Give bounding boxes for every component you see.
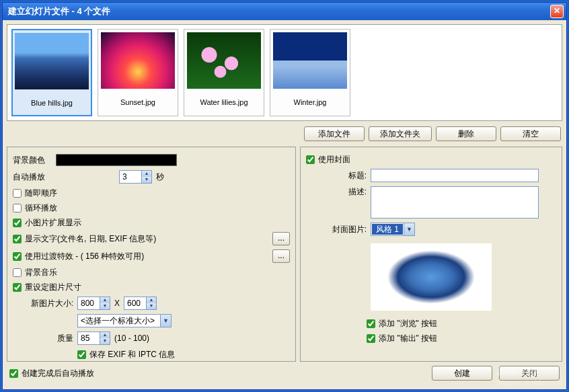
show-text-more-button[interactable]: ... [272, 232, 290, 245]
add-folder-button[interactable]: 添加文件夹 [369, 126, 432, 141]
autoplay-seconds-input[interactable] [120, 171, 141, 183]
autoplay-label: 自动播放 [13, 171, 52, 183]
chevron-down-icon[interactable]: ▼ [404, 223, 414, 235]
thumbnail-image [101, 32, 175, 89]
desc-label: 描述: [306, 186, 367, 198]
bg-color-label: 背景颜色 [13, 155, 52, 166]
spin-up-icon[interactable]: ▲ [142, 171, 151, 177]
loop-checkbox[interactable]: 循环播放 [13, 202, 290, 214]
thumbnail-strip: Blue hills.jpg Sunset.jpg Water lilies.j… [7, 24, 562, 121]
settings-panel-left: 背景颜色 自动播放 ▲▼ 秒 随即顺序 循环播放 小图片扩展显示 显示文字(文 [7, 147, 296, 362]
size-preset-select[interactable]: <选择一个标准大小> ▼ [77, 314, 172, 327]
cover-preview [357, 240, 505, 314]
add-file-button[interactable]: 添加文件 [304, 126, 365, 141]
width-spinner[interactable]: ▲▼ [77, 297, 110, 310]
preserve-exif-checkbox[interactable]: 保存 EXIF 和 IPTC 信息 [77, 349, 175, 360]
cover-style-select[interactable]: 风格 1 ▼ [371, 223, 415, 236]
clear-button[interactable]: 清空 [500, 126, 561, 141]
thumbnail-image [273, 32, 347, 89]
bg-color-picker[interactable] [56, 154, 177, 166]
transitions-more-button[interactable]: ... [272, 249, 290, 263]
quality-label: 质量 [26, 333, 73, 344]
thumbnail-item[interactable]: Winter.jpg [270, 29, 350, 116]
close-icon[interactable]: ✕ [550, 5, 564, 18]
chevron-down-icon[interactable]: ▼ [160, 315, 171, 327]
thumbnail-label: Water lilies.jpg [200, 93, 248, 106]
add-browse-checkbox[interactable]: 添加 "浏览" 按钮 [367, 318, 556, 329]
delete-button[interactable]: 删除 [436, 126, 496, 141]
height-spinner[interactable]: ▲▼ [124, 297, 157, 310]
random-order-checkbox[interactable]: 随即顺序 [13, 188, 290, 199]
thumbnail-image [15, 33, 89, 89]
autoplay-after-create-checkbox[interactable]: 创建完成后自动播放 [9, 368, 425, 379]
title-input[interactable] [371, 169, 539, 182]
thumbnail-label: Winter.jpg [294, 93, 327, 106]
use-cover-checkbox[interactable]: 使用封面 [306, 154, 556, 165]
bg-music-checkbox[interactable]: 背景音乐 [13, 267, 290, 278]
enlarge-small-checkbox[interactable]: 小图片扩展显示 [13, 217, 290, 229]
titlebar: 建立幻灯片文件 - 4 个文件 ✕ [3, 3, 566, 20]
thumbnail-item[interactable]: Sunset.jpg [98, 29, 178, 116]
close-button[interactable]: 关闭 [499, 366, 560, 381]
spin-down-icon[interactable]: ▼ [142, 177, 151, 183]
cover-panel: 使用封面 标题: 描述: 封面图片: 风格 1 ▼ [300, 147, 562, 362]
thumbnail-image [187, 32, 261, 89]
cover-preview-image [371, 243, 492, 311]
create-button[interactable]: 创建 [432, 366, 492, 381]
autoplay-unit: 秒 [156, 171, 164, 183]
size-x-label: X [114, 299, 120, 308]
new-size-label: 新图片大小: [26, 298, 73, 309]
thumbnail-label: Blue hills.jpg [31, 93, 73, 107]
add-export-checkbox[interactable]: 添加 "输出" 按钮 [367, 333, 556, 344]
transitions-checkbox[interactable]: 使用过渡特效 - ( 156 种特效可用) [13, 251, 144, 262]
autoplay-seconds-spinner[interactable]: ▲▼ [119, 170, 152, 184]
show-text-checkbox[interactable]: 显示文字(文件名, 日期, EXIF 信息等) [13, 233, 156, 245]
window-title: 建立幻灯片文件 - 4 个文件 [5, 5, 550, 17]
resize-checkbox[interactable]: 重设定图片尺寸 [13, 282, 290, 293]
cover-image-label: 封面图片: [306, 224, 367, 235]
thumbnail-item[interactable]: Blue hills.jpg [11, 29, 92, 116]
quality-range: (10 - 100) [114, 334, 149, 343]
thumbnail-item[interactable]: Water lilies.jpg [184, 29, 264, 116]
quality-spinner[interactable]: ▲▼ [77, 331, 110, 345]
title-label: 标题: [306, 170, 367, 182]
thumbnail-label: Sunset.jpg [120, 93, 155, 106]
desc-textarea[interactable] [371, 186, 539, 219]
